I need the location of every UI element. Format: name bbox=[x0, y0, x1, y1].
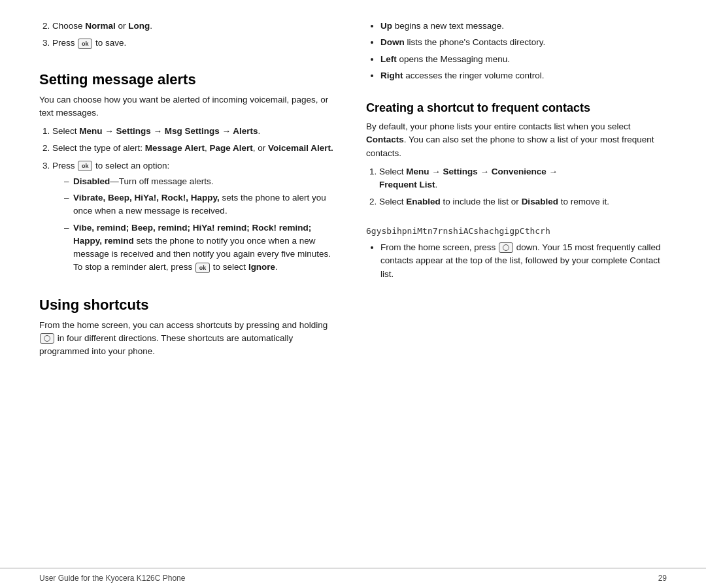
bold-normal: Normal bbox=[85, 21, 116, 31]
bullet-down: Down lists the phone's Contacts director… bbox=[380, 36, 667, 49]
section2-intro-after: in four different directions. These shor… bbox=[39, 333, 293, 356]
footer-right: 29 bbox=[658, 574, 667, 583]
step-2-text: Select the type of alert: Message Alert,… bbox=[52, 143, 333, 153]
ok-icon-ignore: ok bbox=[195, 263, 210, 273]
left-column: Choose Normal or Long. Press ok to save.… bbox=[39, 20, 340, 555]
crypto-text: 6gysbihpniMtn7rnshiACshachgigpCthcrh bbox=[366, 225, 667, 238]
right-label: Right bbox=[380, 71, 403, 80]
bullet-left: Left opens the Messaging menu. bbox=[380, 53, 667, 66]
section3-steps: Select Menu → Settings → Convenience →Fr… bbox=[366, 165, 667, 213]
footer-left: User Guide for the Kyocera K126C Phone bbox=[39, 574, 185, 583]
section1-steps: Select Menu → Settings → Msg Settings → … bbox=[39, 125, 340, 280]
ignore-label: Ignore bbox=[248, 262, 275, 272]
section2-intro: From the home screen, you can access sho… bbox=[39, 319, 340, 359]
nav-icon-final bbox=[499, 242, 513, 253]
final-bullet: From the home screen, press down. Your 1… bbox=[380, 241, 667, 281]
intro-steps: Choose Normal or Long. Press ok to save. bbox=[39, 20, 340, 54]
ok-icon-save: ok bbox=[78, 39, 92, 49]
bold-long: Long bbox=[128, 21, 150, 31]
option-vibe-remind: Vibe, remind; Beep, remind; HiYa! remind… bbox=[65, 221, 340, 274]
disabled2-label: Disabled bbox=[522, 197, 558, 206]
down-text: lists the phone's Contacts directory. bbox=[405, 37, 545, 47]
right-column: Up begins a new text message. Down lists… bbox=[366, 20, 667, 555]
section3-step-1: Select Menu → Settings → Convenience →Fr… bbox=[379, 165, 667, 192]
bullet-up: Up begins a new text message. bbox=[380, 20, 667, 33]
step-1-nav: Menu → Settings → Msg Settings → Alerts bbox=[79, 126, 258, 136]
disabled-text: —Turn off message alerts. bbox=[110, 176, 213, 186]
final-bullet-list: From the home screen, press down. Your 1… bbox=[366, 241, 667, 284]
option-vibrate: Vibrate, Beep, HiYa!, Rock!, Happy, sets… bbox=[65, 191, 340, 218]
content-area: Choose Normal or Long. Press ok to save.… bbox=[0, 0, 706, 568]
vibrate-label: Vibrate, Beep, HiYa!, Rock!, Happy, bbox=[73, 193, 220, 203]
step-3: Press ok to select an option: Disabled—T… bbox=[52, 159, 340, 274]
section3-title: Creating a shortcut to frequent contacts bbox=[366, 101, 667, 115]
left-label: Left bbox=[380, 54, 397, 64]
bullet-right: Right accesses the ringer volume control… bbox=[380, 69, 667, 82]
up-text: begins a new text message. bbox=[392, 21, 504, 31]
section3-step-2: Select Enabled to include the list or Di… bbox=[379, 195, 667, 208]
section1-title: Setting message alerts bbox=[39, 71, 340, 88]
left-text: opens the Messaging menu. bbox=[397, 54, 510, 64]
disabled-label: Disabled bbox=[73, 176, 110, 186]
section3-intro-before: By default, your phone lists your entire… bbox=[366, 122, 630, 131]
direction-bullets: Up begins a new text message. Down lists… bbox=[366, 20, 667, 86]
step-1: Select Menu → Settings → Msg Settings → … bbox=[52, 125, 340, 138]
option-list: Disabled—Turn off message alerts. Vibrat… bbox=[52, 175, 340, 274]
section2-title: Using shortcuts bbox=[39, 297, 340, 314]
enabled-label: Enabled bbox=[406, 197, 441, 206]
section3-step-2-text: Select Enabled to include the list or Di… bbox=[379, 197, 609, 206]
intro-step-2: Choose Normal or Long. bbox=[52, 20, 340, 33]
option-disabled: Disabled—Turn off message alerts. bbox=[65, 175, 340, 188]
vm-alert: Voicemail Alert. bbox=[268, 143, 333, 153]
section1-intro: You can choose how you want be alerted o… bbox=[39, 93, 340, 120]
nav-icon-shortcuts bbox=[40, 333, 54, 344]
step-1-text: Select Menu → Settings → Msg Settings → … bbox=[52, 126, 260, 136]
footer: User Guide for the Kyocera K126C Phone 2… bbox=[0, 568, 706, 588]
section3-intro-after: . You can also set the phone to show a l… bbox=[366, 135, 654, 157]
page: Choose Normal or Long. Press ok to save.… bbox=[0, 0, 706, 588]
down-label: Down bbox=[380, 37, 405, 47]
intro-step-3-text: Press ok to save. bbox=[52, 38, 126, 48]
section3-nav: Menu → Settings → Convenience →Frequent … bbox=[379, 167, 558, 189]
step-3-text: Press ok to select an option: bbox=[52, 161, 169, 171]
page-alert: Page Alert bbox=[209, 143, 252, 153]
section3-intro: By default, your phone lists your entire… bbox=[366, 120, 667, 160]
intro-step-3: Press ok to save. bbox=[52, 37, 340, 50]
step-2: Select the type of alert: Message Alert,… bbox=[52, 142, 340, 155]
intro-step-2-text: Choose Normal or Long. bbox=[52, 21, 152, 31]
contacts-bold: Contacts bbox=[366, 135, 404, 144]
right-text: accesses the ringer volume control. bbox=[403, 71, 545, 80]
up-label: Up bbox=[380, 21, 392, 31]
final-bullet-before: From the home screen, press down. Your 1… bbox=[380, 242, 660, 279]
msg-alert: Message Alert bbox=[145, 143, 205, 153]
section3-step-1-text: Select Menu → Settings → Convenience →Fr… bbox=[379, 167, 558, 189]
ok-icon-step3: ok bbox=[78, 161, 92, 171]
section2-intro-before: From the home screen, you can access sho… bbox=[39, 320, 328, 330]
